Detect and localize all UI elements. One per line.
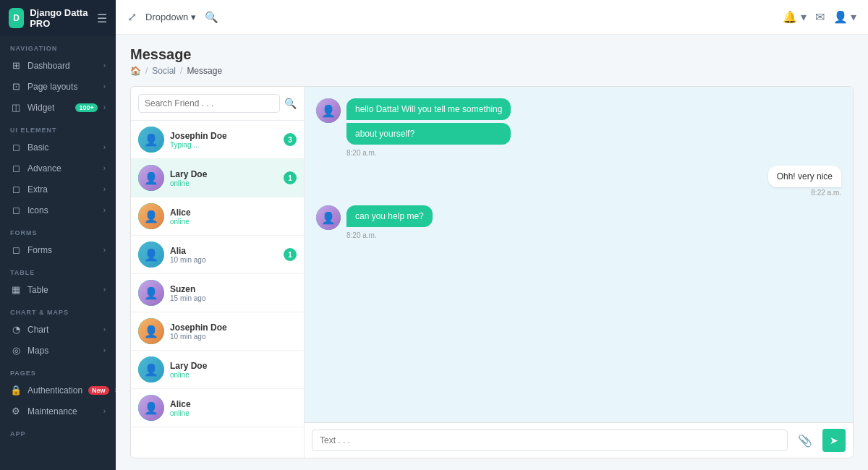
sidebar-item-icons[interactable]: ◻ Icons › (0, 200, 116, 221)
contact-search-area: 🔍 (131, 87, 304, 121)
sidebar-item-label: Widget (27, 103, 69, 113)
lock-icon: 🔒 (10, 385, 22, 396)
attach-button[interactable]: 📎 (793, 429, 817, 452)
dropdown-button[interactable]: Dropdown ▾ (145, 12, 196, 22)
expand-icon[interactable]: ⤢ (127, 10, 137, 24)
contact-item[interactable]: 👤 Josephin Doe Typing ... 3 (131, 121, 304, 159)
avatar: 👤 (138, 318, 164, 344)
chevron-right-icon: › (103, 346, 106, 354)
chevron-right-icon: › (103, 185, 106, 193)
search-button[interactable]: 🔍 (284, 98, 297, 109)
advance-icon: ◻ (10, 163, 22, 174)
message-bubbles: hello Datta! Will you tell me something … (346, 98, 511, 157)
page-title: Message (130, 46, 854, 63)
breadcrumb-separator: / (180, 66, 182, 76)
search-input[interactable] (138, 94, 280, 113)
chevron-right-icon: › (103, 325, 106, 333)
unread-badge: 1 (284, 171, 297, 184)
pages-section-title: PAGES (0, 361, 116, 380)
unread-badge: 3 (284, 133, 297, 146)
sidebar-item-label: Advance (27, 163, 98, 174)
chevron-right-icon: › (103, 246, 106, 254)
sidebar-item-page-layouts[interactable]: ⊡ Page layouts › (0, 76, 116, 97)
chevron-right-icon: › (103, 407, 106, 415)
contact-item[interactable]: 👤 Alia 10 min ago 1 (131, 236, 304, 274)
message-bubbles: can you help me? 8:20 a.m. (346, 205, 433, 239)
sidebar-item-forms[interactable]: ◻ Forms › (0, 239, 116, 260)
sidebar-item-advance[interactable]: ◻ Advance › (0, 158, 116, 179)
contact-name: Lary Doe (170, 169, 278, 179)
sidebar-item-basic[interactable]: ◻ Basic › (0, 137, 116, 158)
contact-name: Alia (170, 246, 278, 256)
chevron-right-icon: › (103, 61, 106, 69)
search-icon[interactable]: 🔍 (205, 11, 218, 24)
sidebar-item-chart[interactable]: ◔ Chart › (0, 319, 116, 340)
sidebar-item-label: Basic (27, 142, 98, 153)
avatar-image: 👤 (316, 205, 341, 230)
widget-badge: 100+ (75, 103, 97, 112)
message-received: 👤 hello Datta! Will you tell me somethin… (316, 98, 841, 157)
mail-icon[interactable]: ✉ (815, 10, 825, 24)
sidebar-item-label: Extra (27, 184, 98, 195)
sidebar-item-label: Maps (27, 346, 98, 356)
sidebar-item-maps[interactable]: ◎ Maps › (0, 340, 116, 361)
app-logo: D Django Datta PRO ☰ (0, 0, 116, 36)
avatar: 👤 (138, 203, 164, 229)
hamburger-icon[interactable]: ☰ (97, 12, 107, 25)
sidebar-item-widget[interactable]: ◫ Widget 100+ › (0, 97, 116, 118)
table-section-title: TABLE (0, 260, 116, 279)
sidebar-item-authentication[interactable]: 🔒 Authentication New › (0, 380, 116, 401)
send-button[interactable]: ➤ (822, 429, 846, 452)
avatar-image: 👤 (138, 203, 164, 229)
sidebar-item-label: Icons (27, 205, 98, 215)
contact-item[interactable]: 👤 Alice online (131, 197, 304, 236)
sidebar-item-label: Table (27, 285, 98, 295)
avatar: 👤 (138, 242, 164, 268)
basic-icon: ◻ (10, 142, 22, 153)
chart-icon: ◔ (10, 324, 22, 335)
contact-name: Lary Doe (170, 361, 297, 371)
unread-badge: 1 (284, 248, 297, 261)
notification-bell-icon[interactable]: 🔔 ▾ (783, 10, 806, 24)
contact-item[interactable]: 👤 Alice online (131, 389, 304, 427)
contact-info: Suzen 15 min ago (170, 284, 297, 302)
forms-section-title: FORMS (0, 221, 116, 239)
sidebar-item-table[interactable]: ▦ Table › (0, 279, 116, 300)
contact-status: online (170, 409, 297, 417)
chevron-right-icon: › (103, 103, 106, 111)
contact-item[interactable]: 👤 Josephin Doe 10 min ago (131, 312, 304, 351)
contact-item[interactable]: 👤 Suzen 15 min ago (131, 274, 304, 312)
chevron-right-icon: › (115, 386, 116, 394)
chat-text-input[interactable] (312, 430, 788, 451)
contact-info: Lary Doe online (170, 361, 297, 379)
sidebar-item-label: Forms (27, 245, 98, 255)
contact-status: online (170, 179, 278, 187)
contact-name: Alice (170, 399, 297, 409)
layout-icon: ⊡ (10, 81, 22, 92)
sidebar-item-label: Chart (27, 325, 98, 335)
contact-item[interactable]: 👤 Lary Doe online 1 (131, 159, 304, 197)
contact-name: Alice (170, 208, 297, 218)
avatar: 👤 (138, 356, 164, 383)
contact-item[interactable]: 👤 Lary Doe online (131, 351, 304, 389)
avatar: 👤 (138, 395, 164, 421)
chevron-right-icon: › (103, 206, 106, 214)
message-container: 🔍 👤 Josephin Doe Typing ... 3 (130, 86, 854, 458)
sidebar-item-label: Dashboard (27, 61, 98, 71)
sidebar-item-maintenance[interactable]: ⚙ Maintenance › (0, 401, 116, 422)
sidebar: D Django Datta PRO ☰ NAVIGATION ⊞ Dashbo… (0, 0, 116, 470)
icons-icon: ◻ (10, 205, 22, 215)
sidebar-item-label: Authentication (27, 385, 82, 396)
sender-avatar: 👤 (316, 205, 341, 230)
contact-name: Suzen (170, 284, 297, 294)
breadcrumb-current: Message (187, 66, 222, 76)
message-received: 👤 can you help me? 8:20 a.m. (316, 205, 841, 239)
contact-info: Josephin Doe Typing ... (170, 131, 278, 149)
contact-status: 15 min ago (170, 294, 297, 302)
sidebar-item-extra[interactable]: ◻ Extra › (0, 179, 116, 200)
sender-avatar: 👤 (316, 98, 341, 123)
message-time: 8:20 a.m. (346, 231, 433, 239)
sidebar-item-dashboard[interactable]: ⊞ Dashboard › (0, 55, 116, 76)
user-settings-icon[interactable]: 👤 ▾ (833, 10, 856, 24)
maps-icon: ◎ (10, 345, 22, 356)
